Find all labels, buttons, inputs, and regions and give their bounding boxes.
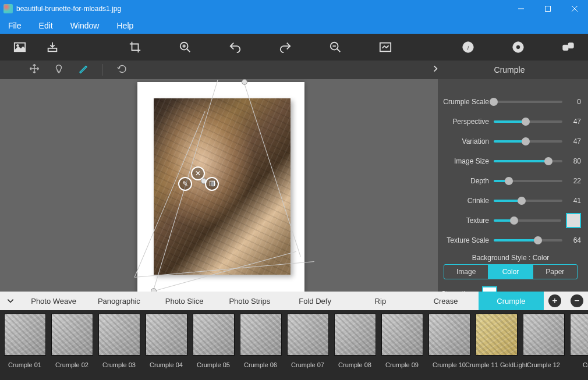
preset-item[interactable]: Crumple 01 [2,314,47,373]
svg-line-11 [337,49,341,52]
tab-rip[interactable]: Rip [348,292,413,310]
variation-value: 47 [567,137,581,145]
tab-photo-weave[interactable]: Photo Weave [21,292,86,310]
zoom-out-icon[interactable] [327,39,343,55]
reset-tool-icon[interactable] [117,63,127,76]
texture-swatch[interactable] [566,213,581,228]
variation-slider[interactable] [494,140,562,143]
canvas-area[interactable]: ✕ ✎ ❐ [0,79,438,292]
fit-screen-icon[interactable] [377,39,394,55]
texture_scale-value: 64 [567,236,581,244]
menu-help[interactable]: Help [113,20,137,31]
crinkle-value: 41 [567,197,581,205]
variation-label: Variation [440,137,489,145]
svg-rect-19 [568,43,573,48]
bg-style-color[interactable]: Color [488,265,533,279]
preset-item[interactable]: Crumple 11 GoldLight [474,314,519,373]
perspective-label: Perspective [440,118,489,126]
tab-photo-slice[interactable]: Photo Slice [152,292,217,310]
depth-label: Depth [440,177,489,185]
crumple_scale-value: 0 [567,98,581,106]
zoom-in-icon[interactable] [177,39,193,55]
menubar: File Edit Window Help [0,17,588,34]
preset-item[interactable]: Crumple 07 [285,314,330,373]
bg-style-paper[interactable]: Paper [533,265,577,279]
titlebar: beautiful-brunette-for-mloads1.jpg [0,0,588,17]
preset-item[interactable]: Crumple 09 [380,314,424,373]
crumple_scale-slider[interactable] [494,101,562,103]
menu-edit[interactable]: Edit [36,20,56,31]
svg-rect-1 [546,6,551,12]
texture_scale-label: Texture Scale [440,236,489,244]
crinkle-label: Crinkle [440,197,489,205]
bg-style-image[interactable]: Image [444,265,488,279]
preset-item[interactable]: Crumple 06 [238,314,283,373]
overlay-edit-icon[interactable]: ✎ [178,177,192,191]
tab-panographic[interactable]: Panographic [86,292,151,310]
info-icon[interactable]: i [460,39,476,55]
control-handle[interactable] [242,79,247,85]
add-preset-button[interactable]: + [544,292,566,310]
main-content: ✕ ✎ ❐ Crumple Scale0Perspective47Variati… [0,79,588,292]
settings-icon[interactable] [510,39,526,55]
properties-panel: Crumple Scale0Perspective47Variation47Im… [438,79,588,292]
perspective-value: 47 [567,118,581,126]
overlay-copy-icon[interactable]: ❐ [205,177,219,191]
remove-preset-button[interactable]: − [566,292,588,310]
depth-slider[interactable] [494,180,562,182]
main-toolbar: i [0,34,588,61]
tab-photo-strips[interactable]: Photo Strips [217,292,282,310]
move-tool-icon[interactable] [29,63,40,76]
crumple_scale-label: Crumple Scale [440,98,489,106]
light-tool-icon[interactable] [54,63,64,76]
bg-style-heading: Background Style : Color [440,254,581,262]
undo-icon[interactable] [227,39,243,55]
menu-window[interactable]: Window [67,20,103,31]
maximize-button[interactable] [534,0,561,17]
texture-slider[interactable] [494,219,561,222]
save-icon[interactable] [44,39,61,55]
image_size-slider[interactable] [494,160,562,162]
preset-item[interactable]: Crumple 03 [97,314,141,373]
overlay-close-icon[interactable]: ✕ [191,166,205,180]
bg-color-swatch[interactable] [482,286,497,292]
redo-icon[interactable] [277,39,293,55]
panel-title: Crumple [448,65,571,74]
texture-label: Texture [440,216,489,225]
perspective-slider[interactable] [494,120,562,123]
image_size-label: Image Size [440,157,489,165]
window-title: beautiful-brunette-for-mloads1.jpg [16,5,508,13]
preset-item[interactable]: Crum [568,314,588,373]
random-icon[interactable] [560,39,576,55]
preset-item[interactable]: Crumple 08 [332,314,377,373]
category-tabs: Photo WeavePanographicPhoto SlicePhoto S… [0,292,588,310]
collapse-panel-icon[interactable] [431,65,440,75]
tab-fold-defy[interactable]: Fold Defy [282,292,348,310]
separator [102,64,103,76]
crinkle-slider[interactable] [494,200,562,202]
preset-item[interactable]: Crumple 12 [521,314,566,373]
preset-item[interactable]: Crumple 04 [144,314,189,373]
tab-crease[interactable]: Crease [413,292,479,310]
preset-item[interactable]: Crumple 05 [191,314,236,373]
brush-tool-icon[interactable] [78,63,88,76]
category-dropdown-icon[interactable] [0,292,21,310]
minimize-button[interactable] [508,0,534,17]
open-image-icon[interactable] [12,39,28,55]
texture_scale-slider[interactable] [494,239,562,242]
svg-rect-18 [563,45,568,50]
app-icon [3,4,13,13]
preset-strip[interactable]: Crumple 01Crumple 02Crumple 03Crumple 04… [0,310,588,380]
photo-preview [154,98,291,275]
control-handle[interactable] [151,288,157,292]
svg-point-17 [516,45,520,49]
close-button[interactable] [561,0,588,17]
menu-file[interactable]: File [5,20,25,31]
preset-item[interactable]: Crumple 02 [49,314,94,373]
crop-icon[interactable] [127,39,143,55]
svg-point-5 [17,44,19,47]
image_size-value: 80 [567,157,581,165]
tab-crumple[interactable]: Crumple [479,292,544,310]
svg-line-7 [187,49,190,52]
depth-value: 22 [567,177,581,185]
